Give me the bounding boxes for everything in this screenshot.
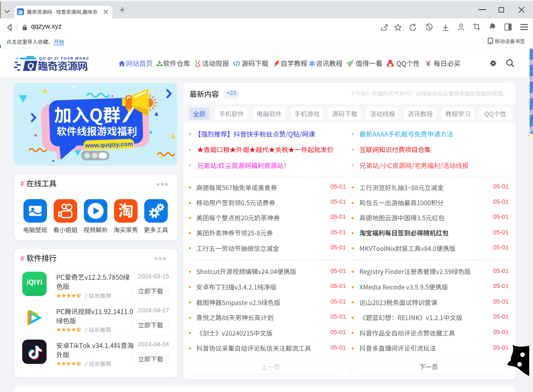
- svg-text:Q: Q: [27, 61, 34, 70]
